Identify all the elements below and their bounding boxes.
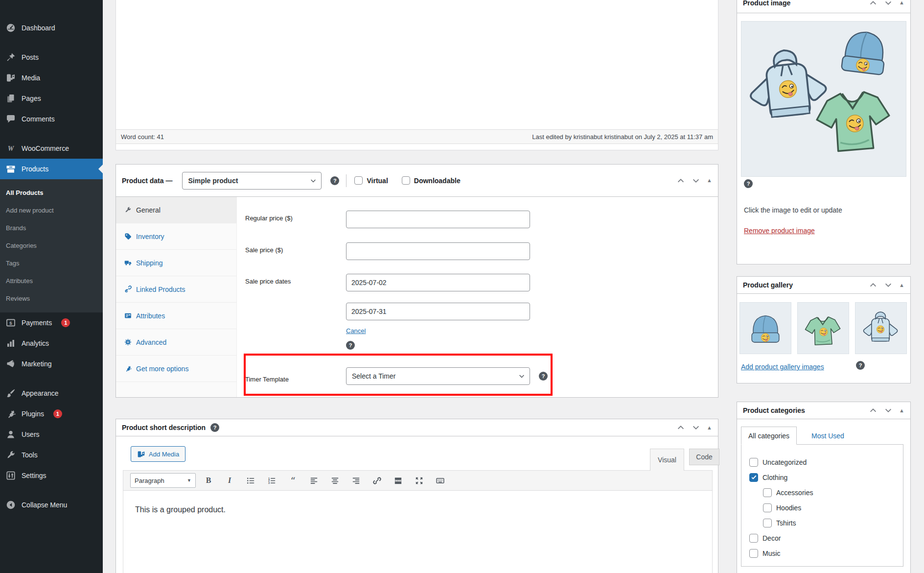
submenu-item-all-products[interactable]: All Products xyxy=(0,184,103,201)
toggle-panel-icon[interactable]: ▲ xyxy=(707,425,712,430)
sidebar-item-collapse[interactable]: Collapse Menu xyxy=(0,495,103,515)
bold-button[interactable]: B xyxy=(200,474,217,487)
toggle-panel-icon[interactable]: ▲ xyxy=(899,283,904,288)
tab-most-used[interactable]: Most Used xyxy=(811,427,844,445)
toggle-panel-icon[interactable]: ▲ xyxy=(899,0,904,5)
align-left-button[interactable] xyxy=(305,474,322,487)
timer-template-select[interactable]: Select a Timer xyxy=(346,367,530,385)
numbered-list-button[interactable]: 123 xyxy=(263,474,280,487)
toolbar-toggle-button[interactable] xyxy=(432,474,448,487)
sale-dates-help-icon[interactable]: ? xyxy=(346,341,355,350)
sidebar-item-marketing[interactable]: Marketing xyxy=(0,354,103,374)
toggle-panel-icon[interactable]: ▲ xyxy=(899,408,904,413)
blockquote-button[interactable]: “ xyxy=(284,474,301,487)
product-type-help-icon[interactable]: ? xyxy=(330,176,339,185)
sale-date-to-input[interactable] xyxy=(346,303,530,320)
category-checkbox-clothing[interactable] xyxy=(749,473,758,482)
submenu-item-tags[interactable]: Tags xyxy=(0,254,103,272)
sidebar-item-posts[interactable]: Posts xyxy=(0,47,103,68)
product-type-select[interactable]: Simple product xyxy=(182,172,322,190)
product-data-tab-inventory[interactable]: Inventory xyxy=(116,223,236,250)
move-down-icon[interactable] xyxy=(692,423,700,432)
downloadable-checkbox[interactable] xyxy=(402,176,410,185)
sidebar-item-payments[interactable]: $Payments1 xyxy=(0,312,103,333)
product-data-tab-attributes[interactable]: Attributes xyxy=(116,303,236,329)
insert-link-button[interactable] xyxy=(369,474,385,487)
category-checkbox-accessories[interactable] xyxy=(763,488,772,497)
gallery-thumb-hoodie[interactable] xyxy=(855,302,907,354)
submenu-item-brands[interactable]: Brands xyxy=(0,219,103,237)
italic-button[interactable]: I xyxy=(221,474,238,487)
product-data-tab-get-more-options[interactable]: Get more options xyxy=(116,356,236,382)
move-down-icon[interactable] xyxy=(884,281,893,289)
add-media-button[interactable]: Add Media xyxy=(131,446,185,462)
category-item-decor[interactable]: Decor xyxy=(749,530,903,546)
add-gallery-images-link[interactable]: Add product gallery images xyxy=(741,363,824,371)
timer-template-help-icon[interactable]: ? xyxy=(539,372,548,381)
category-item-music[interactable]: Music xyxy=(749,546,903,561)
featured-product-image[interactable] xyxy=(741,21,906,177)
product-data-tab-linked-products[interactable]: Linked Products xyxy=(116,276,236,303)
short-description-help-icon[interactable]: ? xyxy=(210,423,219,432)
submenu-item-reviews[interactable]: Reviews xyxy=(0,289,103,307)
move-down-icon[interactable] xyxy=(692,176,700,185)
sidebar-item-users[interactable]: Users xyxy=(0,424,103,445)
bullet-list-button[interactable] xyxy=(242,474,259,487)
product-data-tab-advanced[interactable]: Advanced xyxy=(116,329,236,356)
virtual-checkbox[interactable] xyxy=(354,176,363,185)
sidebar-item-tools[interactable]: Tools xyxy=(0,445,103,465)
category-checkbox-uncategorized[interactable] xyxy=(749,458,758,467)
toggle-panel-icon[interactable]: ▲ xyxy=(707,178,712,183)
category-item-clothing[interactable]: Clothing xyxy=(749,470,903,485)
move-up-icon[interactable] xyxy=(869,281,878,289)
product-data-tab-shipping[interactable]: Shipping xyxy=(116,250,236,276)
category-item-uncategorized[interactable]: Uncategorized xyxy=(749,454,903,470)
sidebar-item-analytics[interactable]: Analytics xyxy=(0,333,103,354)
sale-date-from-input[interactable] xyxy=(346,274,530,291)
move-up-icon[interactable] xyxy=(869,0,878,7)
cancel-sale-dates-link[interactable]: Cancel xyxy=(346,327,366,334)
downloadable-checkbox-row[interactable]: Downloadable xyxy=(402,176,461,185)
category-item-hoodies[interactable]: Hoodies xyxy=(749,500,903,515)
paragraph-format-select[interactable]: Paragraph ▼ xyxy=(130,473,196,488)
sidebar-item-appearance[interactable]: Appearance xyxy=(0,383,103,404)
sidebar-item-products[interactable]: Products xyxy=(0,159,103,179)
tab-all-categories[interactable]: All categories xyxy=(741,427,797,445)
virtual-checkbox-row[interactable]: Virtual xyxy=(354,176,388,185)
category-item-tshirts[interactable]: Tshirts xyxy=(749,515,903,530)
gallery-help-icon[interactable]: ? xyxy=(856,361,865,370)
category-checkbox-hoodies[interactable] xyxy=(763,503,772,512)
regular-price-input[interactable] xyxy=(346,211,530,228)
move-up-icon[interactable] xyxy=(676,176,685,185)
sale-price-input[interactable] xyxy=(346,242,530,260)
submenu-item-attributes[interactable]: Attributes xyxy=(0,272,103,289)
move-up-icon[interactable] xyxy=(676,423,685,432)
sidebar-item-woocommerce[interactable]: WWooCommerce xyxy=(0,138,103,159)
fullscreen-button[interactable] xyxy=(411,474,427,487)
submenu-item-add-new-product[interactable]: Add new product xyxy=(0,201,103,219)
category-checkbox-decor[interactable] xyxy=(749,534,758,543)
submenu-item-categories[interactable]: Categories xyxy=(0,237,103,254)
sidebar-item-plugins[interactable]: Plugins1 xyxy=(0,404,103,424)
sidebar-item-pages[interactable]: Pages xyxy=(0,88,103,109)
sidebar-item-media[interactable]: Media xyxy=(0,68,103,88)
editor-content[interactable]: This is a grouped product. xyxy=(123,491,712,514)
move-down-icon[interactable] xyxy=(884,406,893,415)
align-center-button[interactable] xyxy=(326,474,343,487)
category-item-accessories[interactable]: Accessories xyxy=(749,485,903,500)
sidebar-item-comments[interactable]: Comments xyxy=(0,109,103,129)
remove-product-image-link[interactable]: Remove product image xyxy=(744,227,815,235)
align-right-button[interactable] xyxy=(347,474,364,487)
gallery-thumb-beanie[interactable] xyxy=(739,302,791,354)
tab-visual[interactable]: Visual xyxy=(650,449,684,471)
product-image-help-icon[interactable]: ? xyxy=(744,179,753,188)
tab-code[interactable]: Code xyxy=(689,449,719,465)
category-checkbox-tshirts[interactable] xyxy=(763,519,772,527)
move-down-icon[interactable] xyxy=(884,0,893,7)
category-checkbox-music[interactable] xyxy=(749,549,758,558)
move-up-icon[interactable] xyxy=(869,406,878,415)
product-data-tab-general[interactable]: General xyxy=(116,197,236,223)
gallery-thumb-tshirt[interactable] xyxy=(797,302,849,354)
sidebar-item-settings[interactable]: Settings xyxy=(0,465,103,486)
sidebar-item-dashboard[interactable]: Dashboard xyxy=(0,18,103,38)
